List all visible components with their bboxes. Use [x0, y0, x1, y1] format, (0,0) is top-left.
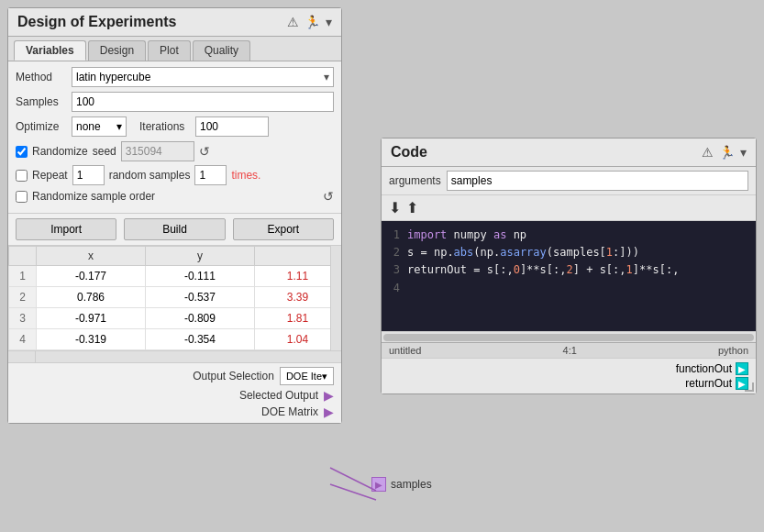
times-label: times.: [231, 169, 260, 182]
seed-label: seed: [93, 145, 116, 158]
warning-icon[interactable]: ⚠: [287, 15, 299, 29]
randomize-checkbox[interactable]: [16, 146, 28, 158]
selected-output-label: Selected Output: [239, 389, 318, 402]
code-line-1: 1 import numpy as np: [387, 227, 750, 244]
svg-line-1: [330, 484, 376, 500]
tab-plot[interactable]: Plot: [148, 40, 191, 61]
row-id: 2: [9, 287, 37, 308]
col-header-val: [254, 247, 340, 266]
function-out-arrow: ▶: [738, 364, 746, 374]
optimize-dropdown[interactable]: none ▾: [72, 116, 127, 137]
args-input[interactable]: [447, 171, 748, 191]
row-x: -0.177: [37, 266, 146, 287]
repeat-row: Repeat random samples times.: [16, 165, 334, 185]
repeat-checkbox[interactable]: [16, 170, 28, 182]
iterations-label: Iterations: [139, 120, 190, 133]
return-out-label: returnOut: [685, 377, 732, 390]
code-filename: untitled: [389, 345, 421, 356]
refresh-seed-icon[interactable]: ↺: [199, 144, 210, 159]
row-val: 1.11: [254, 266, 340, 287]
samples-node-icon: ▶: [371, 477, 386, 492]
args-label: arguments: [389, 174, 441, 187]
code-scrollbar[interactable]: [382, 331, 756, 342]
build-button[interactable]: Build: [124, 218, 225, 240]
import-button[interactable]: Import: [16, 218, 116, 240]
code-scrollbar-track: [383, 334, 754, 341]
refresh-order-icon[interactable]: ↺: [323, 189, 334, 204]
samples-label: Samples: [16, 95, 66, 108]
random-samples-input[interactable]: [194, 165, 227, 185]
table-row: 4 -0.319 -0.354 1.04: [9, 329, 341, 350]
page-title: Design of Experiments: [17, 14, 176, 30]
horizontal-scrollbar[interactable]: [36, 351, 330, 362]
code-args-row: arguments: [382, 167, 756, 195]
run-icon[interactable]: 🏃: [304, 15, 320, 29]
code-header-icons: ⚠ 🏃 ▾: [702, 145, 747, 160]
iterations-input[interactable]: [195, 116, 269, 137]
doe-matrix-arrow: ▶: [324, 405, 334, 419]
horizontal-scrollbar-row: [8, 350, 341, 362]
method-value: latin hypercube: [76, 71, 150, 83]
code-chevron-icon[interactable]: ▾: [740, 145, 747, 160]
table-row: 2 0.786 -0.537 3.39: [9, 287, 341, 308]
col-header-y: y: [145, 247, 254, 266]
randomize-order-label: Randomize sample order: [32, 190, 155, 203]
buttons-row: Import Build Export: [8, 213, 341, 245]
code-line-3: 3 returnOut = s[:,0]**s[:,2] + s[:,1]**s…: [387, 261, 750, 279]
randomize-row: Randomize seed ↺: [16, 141, 334, 161]
code-panel: Code ⚠ 🏃 ▾ arguments ⬇ ⬆ 1 import numpy …: [381, 138, 757, 394]
row-id: 4: [9, 329, 37, 350]
method-row: Method latin hypercube ▾: [16, 67, 334, 87]
randomize-label: Randomize: [32, 145, 88, 158]
repeat-label: Repeat: [32, 169, 68, 182]
data-table-container: x y 1 -0.177 -0.111 1.11 2 0.786 -0.537 …: [8, 245, 341, 350]
code-editor[interactable]: 1 import numpy as np 2 s = np.abs(np.asa…: [382, 221, 756, 331]
row-val: 1.04: [254, 329, 340, 350]
col-header-id: [9, 247, 37, 266]
col-header-x: x: [37, 247, 146, 266]
row-y: -0.354: [145, 329, 254, 350]
panel-header: Design of Experiments ⚠ 🏃 ▾: [8, 8, 341, 37]
function-out-label: functionOut: [676, 362, 732, 375]
row-x: -0.971: [37, 308, 146, 329]
row-y: -0.537: [145, 287, 254, 308]
chevron-down-icon[interactable]: ▾: [326, 15, 332, 29]
function-out-item: functionOut ▶: [676, 362, 748, 375]
method-dropdown[interactable]: latin hypercube ▾: [72, 67, 334, 87]
export-button[interactable]: Export: [233, 218, 334, 240]
row-y: -0.809: [145, 308, 254, 329]
vertical-scrollbar[interactable]: [330, 246, 341, 350]
row-y: -0.111: [145, 266, 254, 287]
repeat-value-input[interactable]: [72, 165, 105, 185]
output-selection-dropdown[interactable]: DOE Ite▾: [280, 367, 334, 385]
output-selection-value: DOE Ite▾: [286, 371, 327, 382]
randomize-order-checkbox[interactable]: [16, 191, 28, 203]
function-out-port[interactable]: ▶: [736, 362, 748, 375]
samples-port-arrow: ▶: [375, 480, 382, 490]
samples-input[interactable]: [72, 92, 334, 112]
code-language: python: [718, 345, 748, 356]
optimize-label: Optimize: [16, 120, 66, 133]
seed-input[interactable]: [121, 141, 194, 161]
tab-bar: Variables Design Plot Quality: [8, 37, 341, 61]
header-icons: ⚠ 🏃 ▾: [287, 15, 332, 29]
random-samples-label: random samples: [109, 169, 191, 182]
code-run-icon[interactable]: 🏃: [719, 145, 735, 160]
resize-handle[interactable]: [745, 382, 754, 392]
upload-icon[interactable]: ⬆: [406, 199, 418, 216]
samples-node-label: samples: [391, 478, 432, 491]
return-out-item: returnOut ▶: [685, 377, 748, 390]
download-icon[interactable]: ⬇: [389, 199, 401, 216]
code-warning-icon[interactable]: ⚠: [702, 145, 714, 160]
code-title: Code: [391, 144, 427, 161]
doe-matrix-label: DOE Matrix: [261, 405, 318, 418]
randomize-order-row: Randomize sample order ↺: [16, 189, 334, 204]
tab-variables[interactable]: Variables: [14, 40, 86, 61]
method-label: Method: [16, 71, 66, 83]
left-panel: Design of Experiments ⚠ 🏃 ▾ Variables De…: [7, 7, 342, 424]
form-area: Method latin hypercube ▾ Samples Optimiz…: [8, 61, 341, 213]
row-id: 1: [9, 266, 37, 287]
tab-quality[interactable]: Quality: [193, 40, 250, 61]
svg-line-0: [330, 468, 376, 491]
tab-design[interactable]: Design: [88, 40, 146, 61]
